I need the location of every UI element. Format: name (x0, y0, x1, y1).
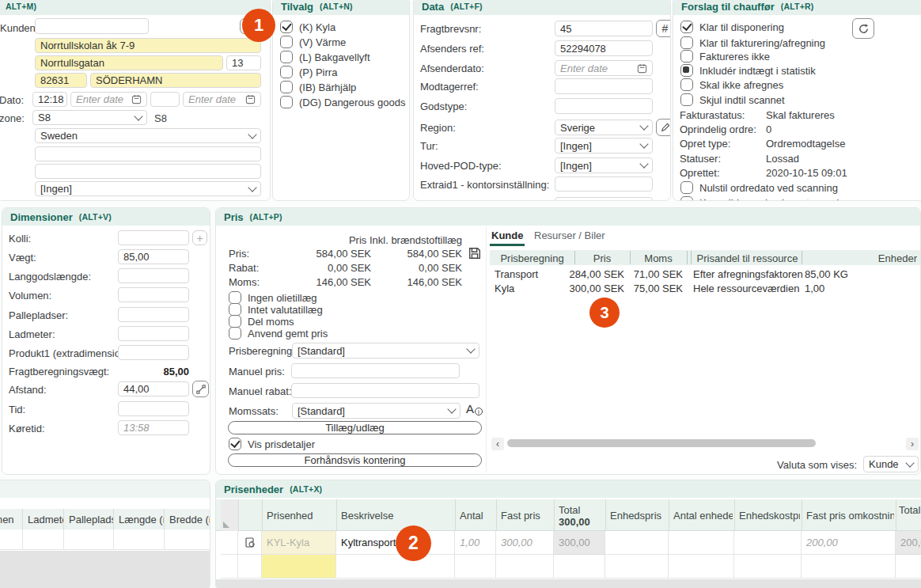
fast-pris-new-cell[interactable] (496, 555, 554, 579)
intet-valutatillaeg-checkbox[interactable] (229, 303, 241, 316)
time-field-2[interactable] (150, 92, 180, 107)
pallepladser-input[interactable] (118, 307, 189, 322)
manuel-rabat-input[interactable] (291, 383, 479, 398)
goods-empty-cell[interactable] (165, 529, 210, 550)
goods-empty-cell[interactable] (23, 529, 64, 550)
tilvalg-checkbox-dangerous-goods[interactable] (280, 96, 293, 108)
tillaeg-udlaeg-button[interactable]: Tillæg/udlæg (228, 421, 482, 434)
goods-empty-cell[interactable] (0, 529, 23, 550)
skal-ikke-afregnes-checkbox[interactable] (680, 78, 693, 91)
del-moms-checkbox[interactable] (229, 315, 241, 328)
manuel-pris-input[interactable] (291, 363, 460, 378)
beskrivelse-new-cell[interactable] (336, 555, 455, 579)
antal-enheder-cell[interactable] (669, 531, 734, 555)
antal-cell[interactable]: 1,00 (455, 531, 496, 555)
konsolider-checkbox[interactable] (680, 196, 693, 201)
street-field[interactable]: Norrtullsgatan (35, 55, 223, 70)
klar-til-disponering-checkbox[interactable] (680, 21, 693, 33)
enhedskostpris-new-cell[interactable] (734, 555, 802, 579)
region-edit-button[interactable] (656, 119, 671, 136)
scroll-left-button[interactable]: ‹ (491, 438, 504, 450)
fragtbrevsnr-input[interactable]: 45 (555, 21, 653, 36)
address-none-select[interactable]: [Ingen] (35, 181, 261, 196)
prisenhed-cell[interactable]: KYL-Kyla (262, 531, 336, 555)
add-kolli-button[interactable]: + (192, 230, 207, 245)
enhedspris-new-cell[interactable] (605, 555, 669, 579)
fast-pris-cell[interactable]: 300,00 (496, 531, 554, 555)
time-field[interactable]: 12:18 (32, 92, 67, 107)
klar-til-fakturering-checkbox[interactable] (680, 36, 693, 49)
copy-row-cell[interactable] (238, 555, 262, 579)
valuta-select[interactable]: Kunde (863, 456, 919, 472)
row-selector-cell[interactable] (221, 555, 238, 579)
address-extra-field-2[interactable] (35, 164, 261, 179)
date-field-2[interactable]: Enter date (183, 92, 261, 107)
fast-pris-omkostning-cell[interactable]: 200,00 (802, 531, 896, 555)
date-field-1[interactable]: Enter date (70, 92, 147, 107)
number-series-button[interactable]: # (656, 20, 671, 37)
skjul-indtil-scannet-checkbox[interactable] (680, 93, 693, 106)
tab-resurser-biler[interactable]: Resurser / Biler (534, 230, 605, 241)
vat-info-icon[interactable]: Ai (466, 402, 485, 418)
tid-input[interactable] (118, 401, 189, 416)
afsenderdato-input[interactable]: Enter date (555, 60, 653, 76)
modtagerref-input[interactable] (555, 78, 653, 94)
langgodslaengde-input[interactable] (118, 268, 189, 283)
calendar-icon (245, 94, 256, 104)
hoved-pod-select[interactable]: [Ingen] (555, 157, 653, 173)
data-partial-input[interactable] (555, 197, 653, 201)
tur-select[interactable]: [Ingen] (555, 138, 653, 154)
prisberegning-select[interactable]: [Standard] (292, 343, 479, 358)
ladmeter-input[interactable] (118, 326, 189, 341)
vis-prisdetaljer-checkbox[interactable] (229, 438, 241, 450)
customer-name-field[interactable]: Norrtullskolan åk 7-9 (35, 38, 261, 53)
tilvalg-checkbox-bakgavellyft[interactable] (280, 51, 293, 63)
antal-enheder-new-cell[interactable] (669, 555, 734, 579)
vaegt-input[interactable]: 85,00 (118, 249, 189, 264)
enhedspris-cell[interactable] (605, 531, 669, 555)
tab-kunde[interactable]: Kunde (491, 230, 523, 241)
godstype-input[interactable] (555, 98, 653, 114)
tilvalg-option-label: (V) Värme (299, 36, 346, 48)
produkt1-input[interactable] (118, 345, 189, 360)
customer-number-input[interactable] (35, 18, 149, 34)
prisenhed-new-cell[interactable] (262, 555, 336, 579)
afstand-input[interactable]: 44,00 (118, 381, 189, 396)
scroll-right-button[interactable]: › (906, 438, 919, 450)
momssats-select[interactable]: [Standard] (292, 403, 460, 419)
enhedskostpris-cell[interactable] (734, 531, 802, 555)
ingen-olietillaeg-checkbox[interactable] (229, 291, 241, 304)
address-extra-field-1[interactable] (35, 146, 261, 161)
kolli-input[interactable] (118, 230, 189, 245)
volumen-input[interactable] (118, 287, 189, 302)
tilvalg-checkbox-pirra[interactable] (280, 66, 293, 78)
tilvalg-checkbox-varme[interactable] (280, 36, 293, 48)
zone-select[interactable]: S8 (32, 110, 147, 125)
goods-empty-cell[interactable] (114, 529, 165, 550)
region-select[interactable]: Sverige (555, 119, 653, 135)
fast-pris-omkostning-new-cell[interactable] (802, 555, 896, 579)
afsenders-ref-input[interactable]: 52294078 (555, 40, 653, 56)
city-field[interactable]: SÖDERHAMN (90, 73, 261, 88)
tilvalg-checkbox-barhjalp[interactable] (280, 81, 293, 93)
forhaandsvis-kontering-button[interactable]: Forhåndsvis kontering (228, 453, 482, 467)
country-select[interactable]: Sweden (35, 128, 261, 143)
distance-button[interactable] (192, 381, 209, 397)
koeretid-input[interactable]: 13:58 (118, 420, 189, 435)
scrollbar-thumb[interactable] (507, 439, 816, 447)
row-selector-cell[interactable] (221, 531, 238, 555)
nulstil-ordredato-checkbox[interactable] (680, 181, 693, 194)
inkluder-indtaegt-checkbox[interactable] (680, 64, 693, 77)
extraid1-input[interactable] (555, 176, 653, 192)
zip-field[interactable]: 82631 (35, 73, 87, 88)
save-price-icon[interactable] (468, 246, 482, 260)
anvend-gemt-pris-checkbox[interactable] (229, 327, 241, 340)
refresh-button[interactable] (852, 18, 874, 39)
antal-new-cell[interactable] (455, 555, 496, 579)
copy-row-cell[interactable] (238, 531, 262, 555)
copy-row-icon[interactable] (244, 537, 256, 549)
street-number-field[interactable]: 13 (226, 55, 261, 70)
faktureres-ikke-checkbox[interactable] (680, 50, 693, 63)
tilvalg-checkbox-kyla[interactable] (280, 21, 293, 33)
goods-empty-cell[interactable] (64, 529, 114, 550)
